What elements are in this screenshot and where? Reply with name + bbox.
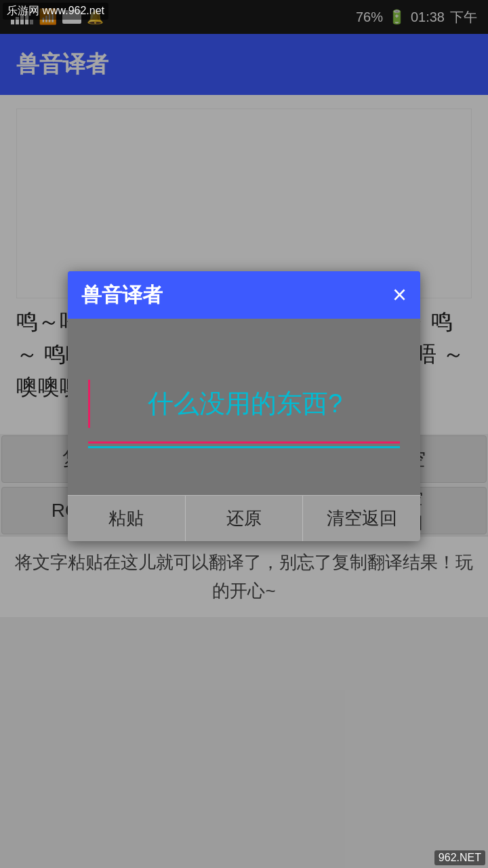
dialog-clear-label: 清空 <box>327 507 362 530</box>
dialog-btn-row: 粘贴 还原 清空 返回 <box>68 495 420 541</box>
page-wrapper: 乐游网 www.962.net 962.NET 📶 🔔 76% 🔋 01:38 … <box>0 0 488 868</box>
dialog-underline <box>88 441 400 443</box>
dialog-body: 什么没用的东西? <box>68 319 420 495</box>
dialog-close-button[interactable]: × <box>392 283 407 307</box>
dialog-input-text[interactable]: 什么没用的东西? <box>88 380 400 428</box>
dialog-restore-button[interactable]: 还原 <box>186 495 304 541</box>
dialog: 兽音译者 × 什么没用的东西? 粘贴 还原 清空 返回 <box>68 271 420 541</box>
dialog-underline-teal <box>88 446 400 448</box>
watermark-bottom: 962.NET <box>434 850 485 865</box>
dialog-paste-button[interactable]: 粘贴 <box>68 495 186 541</box>
dialog-overlay: 兽音译者 × 什么没用的东西? 粘贴 还原 清空 返回 <box>0 0 488 868</box>
dialog-clear-button[interactable]: 清空 返回 <box>303 495 420 541</box>
dialog-return-label: 返回 <box>362 507 397 530</box>
dialog-title: 兽音译者 <box>81 281 163 309</box>
watermark-top: 乐游网 www.962.net <box>3 3 108 20</box>
dialog-header: 兽音译者 × <box>68 271 420 319</box>
